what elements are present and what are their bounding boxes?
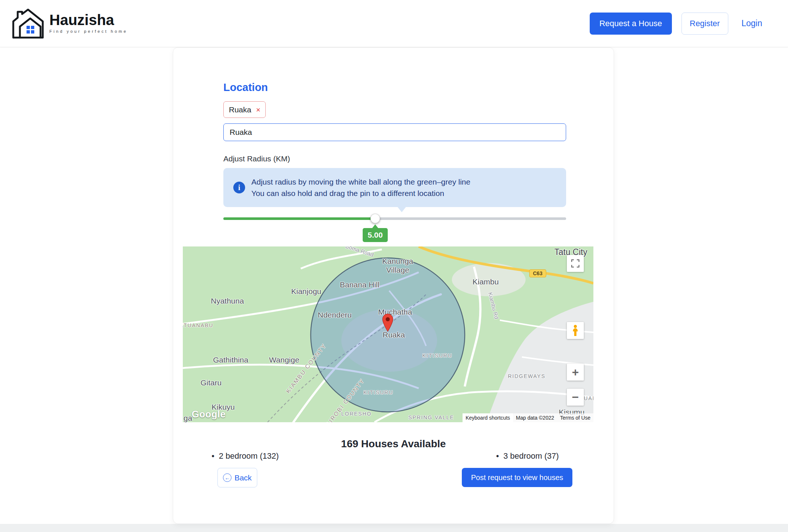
zoom-out-icon: −: [572, 391, 579, 403]
map-label-kanunga-village: Kanunga Village: [377, 257, 418, 274]
map-label-gitaru: Gitaru: [201, 378, 222, 387]
map-label-wangige: Wangige: [269, 356, 299, 364]
map-label-spring-valley: SPRING VALLE: [408, 414, 454, 420]
map-label-loresho: LORESHO: [341, 411, 372, 417]
map-marker-pin[interactable]: [381, 314, 394, 332]
map-label-kianjogu: Kianjogu: [291, 287, 321, 296]
map-label-ridgeways: RIDGEWAYS: [508, 373, 545, 379]
info-icon-glyph: i: [238, 183, 240, 192]
hauzisha-logo-icon: [11, 7, 45, 39]
map-canvas[interactable]: Tatu City Boma Road Kanunga Village Kiam…: [183, 246, 593, 422]
slider-fill: [223, 217, 375, 220]
top-nav: Hauzisha Find your perfect home Request …: [0, 0, 788, 47]
zoom-in-button[interactable]: +: [567, 364, 584, 381]
page-bottom-strip: [0, 524, 788, 532]
terms-of-use-link[interactable]: Terms of Use: [557, 413, 593, 422]
map-label-ndenderu: Ndenderu: [318, 311, 352, 319]
map-attribution: Keyboard shortcuts Map data ©2022 Terms …: [463, 413, 593, 422]
radius-slider: 5.00: [223, 210, 566, 245]
login-link[interactable]: Login: [742, 18, 762, 28]
back-button-label: Back: [234, 473, 252, 482]
brand-name: Hauzisha: [49, 13, 128, 27]
map-label-kiambu: Kiambu: [473, 277, 499, 286]
pegman-icon: [572, 325, 579, 336]
zoom-in-icon: +: [572, 366, 579, 378]
slider-value-badge: 5.00: [363, 228, 388, 242]
radius-info-note: i Adjust radius by moving the white ball…: [223, 168, 566, 207]
brand-logo[interactable]: Hauzisha Find your perfect home: [11, 7, 128, 39]
slider-thumb[interactable]: [370, 214, 380, 223]
map-label-cut-bottom-left: ga: [184, 414, 192, 422]
chip-remove-icon[interactable]: ×: [256, 106, 261, 113]
keyboard-shortcuts-button[interactable]: Keyboard shortcuts: [463, 413, 513, 422]
fullscreen-icon: [571, 259, 579, 267]
info-note-line1: Adjust radius by moving the white ball a…: [251, 168, 566, 188]
map-label-kitisuru-lower: KITISURU: [363, 389, 393, 395]
map-data-attribution: Map data ©2022: [513, 413, 557, 422]
back-arrow-icon: ←: [223, 473, 231, 482]
fullscreen-button[interactable]: [567, 255, 584, 272]
map-label-gatuanabu: ATUANABU: [183, 322, 213, 328]
slider-value: 5.00: [368, 231, 383, 239]
map-label-kitisuru-upper: KITISURU: [422, 353, 452, 358]
request-house-button[interactable]: Request a House: [590, 13, 672, 35]
radius-label: Adjust Radius (KM): [223, 154, 290, 163]
zoom-out-button[interactable]: −: [567, 389, 584, 406]
map-label-gathithina: Gathithina: [213, 356, 248, 364]
road-shield-c63: C63: [529, 269, 546, 277]
map-label-nyathuna: Nyathuna: [211, 297, 244, 305]
section-title: Location: [223, 81, 268, 94]
register-button[interactable]: Register: [681, 13, 728, 35]
chip-label: Ruaka: [229, 105, 251, 114]
slider-value-notch: [372, 224, 378, 228]
back-button[interactable]: ← Back: [217, 468, 257, 487]
google-logo[interactable]: Google: [192, 409, 226, 420]
nav-actions: Request a House Register Login: [590, 0, 762, 47]
brand-tagline: Find your perfect home: [49, 29, 128, 34]
info-icon: i: [233, 182, 245, 193]
info-note-line2: You can also hold and drag the pin to a …: [251, 188, 566, 199]
houses-available-title: 169 Houses Available: [173, 438, 614, 450]
breakdown-3-bedroom: 3 bedroom (37): [496, 451, 559, 461]
post-request-button[interactable]: Post request to view houses: [462, 468, 572, 487]
location-search-input[interactable]: [223, 123, 566, 141]
map-label-banana-hill: Banana Hill: [340, 280, 379, 289]
breakdown-2-bedroom: 2 bedroom (132): [212, 451, 279, 461]
selected-location-chip: Ruaka ×: [223, 101, 266, 118]
location-card: Location Ruaka × Adjust Radius (KM) i Ad…: [173, 47, 614, 524]
street-view-pegman-button[interactable]: [567, 322, 584, 339]
